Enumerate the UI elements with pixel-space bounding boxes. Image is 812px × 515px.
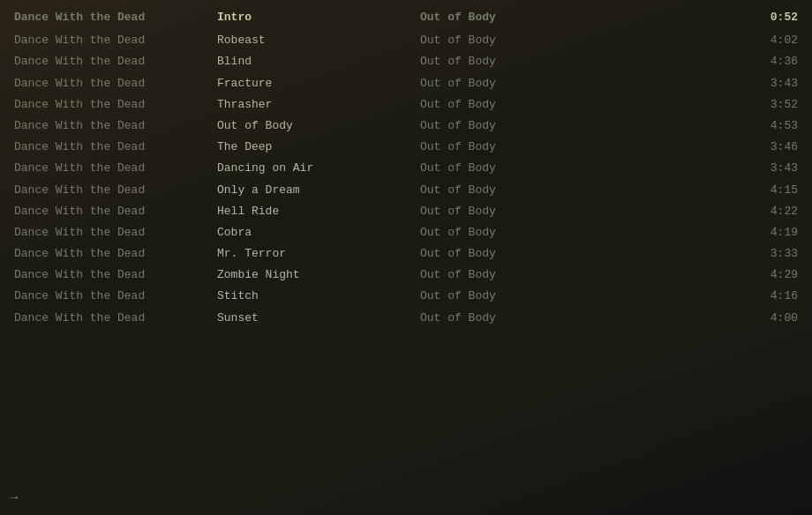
- track-artist: Dance With the Dead: [14, 97, 217, 113]
- track-album: Out of Body: [420, 310, 623, 326]
- table-row[interactable]: Dance With the DeadDancing on AirOut of …: [0, 158, 812, 179]
- track-album: Out of Body: [420, 54, 623, 70]
- track-artist: Dance With the Dead: [14, 183, 217, 198]
- table-row[interactable]: Dance With the DeadRobeastOut of Body4:0…: [0, 30, 812, 51]
- track-title: Hell Ride: [217, 204, 420, 220]
- track-album: Out of Body: [420, 118, 623, 134]
- track-title: Stitch: [217, 288, 420, 304]
- table-row[interactable]: Dance With the DeadThrasherOut of Body3:…: [0, 94, 812, 116]
- header-title: Intro: [217, 10, 420, 26]
- track-duration: 3:46: [623, 139, 798, 155]
- track-album: Out of Body: [420, 76, 623, 92]
- table-row[interactable]: Dance With the DeadHell RideOut of Body4…: [0, 201, 812, 222]
- track-album: Out of Body: [420, 267, 623, 283]
- track-title: Robeast: [217, 33, 420, 49]
- track-album: Out of Body: [420, 204, 623, 220]
- track-duration: 4:22: [623, 204, 798, 220]
- table-row[interactable]: Dance With the DeadZombie NightOut of Bo…: [0, 265, 812, 286]
- table-row[interactable]: Dance With the DeadOut of BodyOut of Bod…: [0, 116, 812, 137]
- track-title: Fracture: [217, 76, 420, 92]
- track-artist: Dance With the Dead: [14, 204, 217, 220]
- track-title: Zombie Night: [217, 267, 420, 283]
- table-row[interactable]: Dance With the DeadFractureOut of Body3:…: [0, 73, 812, 94]
- track-artist: Dance With the Dead: [14, 225, 217, 241]
- track-title: Cobra: [217, 225, 420, 241]
- track-album: Out of Body: [420, 183, 623, 198]
- track-title: Blind: [217, 54, 420, 70]
- header-album: Out of Body: [420, 10, 623, 26]
- track-duration: 4:15: [623, 183, 798, 198]
- track-album: Out of Body: [420, 225, 623, 241]
- table-row[interactable]: Dance With the DeadSunsetOut of Body4:00: [0, 308, 812, 329]
- track-artist: Dance With the Dead: [14, 139, 217, 155]
- arrow-indicator: →: [11, 490, 18, 504]
- track-album: Out of Body: [420, 33, 623, 49]
- track-artist: Dance With the Dead: [14, 246, 217, 262]
- table-row[interactable]: Dance With the DeadOnly a DreamOut of Bo…: [0, 180, 812, 201]
- table-row[interactable]: Dance With the DeadThe DeepOut of Body3:…: [0, 137, 812, 158]
- track-title: The Deep: [217, 139, 420, 155]
- table-row[interactable]: Dance With the DeadStitchOut of Body4:16: [0, 286, 812, 307]
- track-title: Sunset: [217, 310, 420, 326]
- track-title: Out of Body: [217, 118, 420, 134]
- track-artist: Dance With the Dead: [14, 33, 217, 49]
- track-duration: 4:00: [623, 310, 798, 326]
- track-artist: Dance With the Dead: [14, 310, 217, 326]
- track-duration: 4:16: [623, 288, 798, 304]
- track-duration: 3:52: [623, 97, 798, 113]
- table-row[interactable]: Dance With the DeadBlindOut of Body4:36: [0, 51, 812, 72]
- track-list: Dance With the Dead Intro Out of Body 0:…: [0, 0, 812, 336]
- track-artist: Dance With the Dead: [14, 288, 217, 304]
- track-title: Dancing on Air: [217, 160, 420, 176]
- track-duration: 4:36: [623, 54, 798, 70]
- track-duration: 3:43: [623, 160, 798, 176]
- track-duration: 4:19: [623, 225, 798, 241]
- track-album: Out of Body: [420, 246, 623, 262]
- track-title: Thrasher: [217, 97, 420, 113]
- tracks-container: Dance With the DeadRobeastOut of Body4:0…: [0, 30, 812, 329]
- track-duration: 4:02: [623, 33, 798, 49]
- track-artist: Dance With the Dead: [14, 76, 217, 92]
- header-duration: 0:52: [623, 10, 798, 26]
- table-row[interactable]: Dance With the DeadCobraOut of Body4:19: [0, 222, 812, 243]
- track-title: Mr. Terror: [217, 246, 420, 262]
- header-artist: Dance With the Dead: [14, 10, 217, 26]
- track-album: Out of Body: [420, 160, 623, 176]
- track-album: Out of Body: [420, 139, 623, 155]
- track-title: Only a Dream: [217, 183, 420, 198]
- track-artist: Dance With the Dead: [14, 54, 217, 70]
- track-album: Out of Body: [420, 288, 623, 304]
- track-artist: Dance With the Dead: [14, 118, 217, 134]
- track-album: Out of Body: [420, 97, 623, 113]
- track-duration: 3:43: [623, 76, 798, 92]
- track-list-header: Dance With the Dead Intro Out of Body 0:…: [0, 7, 812, 28]
- track-artist: Dance With the Dead: [14, 160, 217, 176]
- table-row[interactable]: Dance With the DeadMr. TerrorOut of Body…: [0, 243, 812, 265]
- track-duration: 4:29: [623, 267, 798, 283]
- track-artist: Dance With the Dead: [14, 267, 217, 283]
- track-duration: 4:53: [623, 118, 798, 134]
- track-duration: 3:33: [623, 246, 798, 262]
